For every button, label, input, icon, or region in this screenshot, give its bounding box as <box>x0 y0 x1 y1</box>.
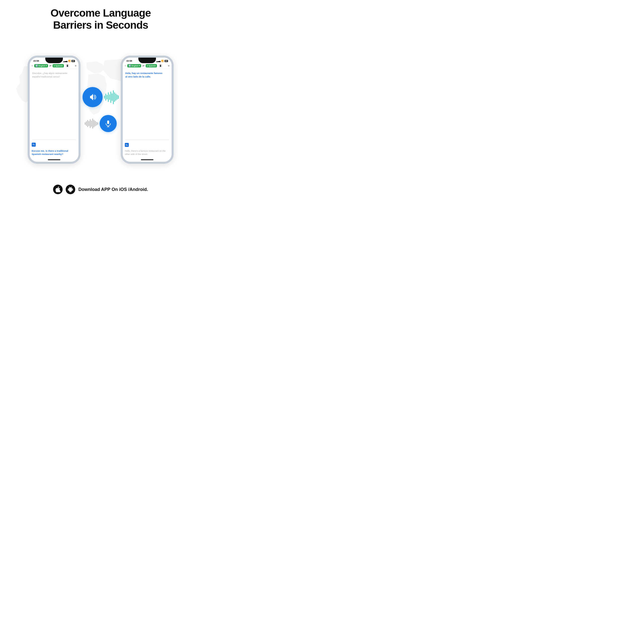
svg-rect-1 <box>107 120 109 124</box>
side-btn-2 <box>28 88 28 99</box>
speaker-icon <box>88 93 97 102</box>
side-btn-1 <box>28 78 28 85</box>
main-content: Overcome Language Barriers in Seconds 15… <box>0 0 201 201</box>
lang-badge-english-left[interactable]: 🔤 English ▾ <box>34 64 48 67</box>
footer: Download APP On iOS /Android. <box>53 182 148 196</box>
device-icon-right: 📱 <box>158 64 163 67</box>
phone-bottom-right: TL Hello, there's a famous restaurant on… <box>123 141 172 158</box>
svg-line-6 <box>69 187 70 187</box>
chevron-down-icon: ▾ <box>46 65 47 67</box>
wifi-icon-r: 📶 <box>161 60 164 62</box>
headline-line2: Barriers in Seconds <box>51 19 151 31</box>
lang-spanish-label-r: Spanish <box>148 65 156 67</box>
phone-left-notch <box>45 58 63 63</box>
mic-button[interactable] <box>100 115 117 132</box>
svg-point-4 <box>70 188 70 188</box>
translate-icon-left: TL <box>32 143 36 147</box>
middle-audio-section <box>81 86 121 134</box>
svg-point-5 <box>71 188 71 188</box>
signal-icon: ▂▃▄ <box>63 60 68 62</box>
wifi-icon: 📶 <box>68 60 71 62</box>
app-topbar-left: ‹ 🔤 English ▾ ⇌ ▸ Spanish 📱 ≡ <box>30 63 78 69</box>
phone-left: 15:58 ▂▃▄ 📶 67 ‹ 🔤 English ▾ <box>28 56 81 164</box>
phone-left-screen: 15:58 ▂▃▄ 📶 67 ‹ 🔤 English ▾ <box>30 58 78 162</box>
swap-icon-left[interactable]: ⇌ <box>49 64 51 67</box>
convo-area-left: Disculpe, ¿hay algún restaurante español… <box>30 69 78 141</box>
phone-right-notch <box>138 58 156 63</box>
side-btn-r-right <box>173 85 174 101</box>
side-btn-3 <box>28 101 28 113</box>
headline: Overcome Language Barriers in Seconds <box>51 7 151 31</box>
lang-badge-spanish-left[interactable]: ▸ Spanish <box>53 64 64 67</box>
home-indicator-left <box>48 159 60 160</box>
headline-line1: Overcome Language <box>51 7 151 19</box>
lang-badge-english-right[interactable]: 🔤 English ▾ <box>127 64 141 67</box>
status-icons-right: ▂▃▄ 📶 67 <box>156 60 168 62</box>
divider-left <box>32 139 76 140</box>
translate-flag-icon-r: 🔤 <box>129 65 131 67</box>
lang-english-label: English <box>38 65 45 67</box>
translate-icon-right: TL <box>125 143 129 147</box>
chevron-down-icon-r: ▾ <box>139 65 140 67</box>
phones-section: 15:58 ▂▃▄ 📶 67 ‹ 🔤 English ▾ <box>5 37 196 182</box>
apple-store-icon[interactable] <box>53 185 63 194</box>
android-logo-icon <box>68 187 73 192</box>
waveform-speaker <box>104 90 119 104</box>
android-store-icon[interactable] <box>66 185 75 194</box>
menu-icon-left[interactable]: ≡ <box>75 64 76 67</box>
convo-area-right: Hola, hay un restaurante famoso al otro … <box>123 69 172 141</box>
mic-icon <box>105 120 112 127</box>
speaking-text-right: Hello, there's a famous restaurant on th… <box>125 149 170 156</box>
phone-right: 15:58 ▂▃▄ 📶 67 ‹ 🔤 English ▾ <box>121 56 174 164</box>
status-icons-left: ▂▃▄ 📶 67 <box>63 60 75 62</box>
battery-icon-r: 67 <box>165 60 168 62</box>
divider-right <box>125 140 169 140</box>
lang-spanish-label: Spanish <box>55 65 63 67</box>
phone-right-frame: 15:58 ▂▃▄ 📶 67 ‹ 🔤 English ▾ <box>121 56 174 164</box>
signal-icon-r: ▂▃▄ <box>156 60 161 62</box>
side-btn-r1 <box>121 78 122 85</box>
phone-right-screen: 15:58 ▂▃▄ 📶 67 ‹ 🔤 English ▾ <box>123 58 172 162</box>
side-btn-r3 <box>121 101 122 113</box>
msg-original-right: Hola, hay un restaurante famoso al otro … <box>125 71 165 78</box>
back-arrow-right[interactable]: ‹ <box>125 64 126 67</box>
battery-icon: 67 <box>71 60 75 62</box>
msg-translated-left: Disculpe, ¿hay algún restaurante español… <box>32 71 69 78</box>
home-indicator-right <box>141 159 153 160</box>
download-text: Download APP On iOS /Android. <box>78 187 148 192</box>
status-time-left: 15:58 <box>33 60 39 62</box>
lang-english-label-r: English <box>132 65 138 67</box>
phone-bottom-left: TL Excuse me, is there a traditional Spa… <box>30 141 78 158</box>
apple-logo-icon <box>55 187 60 192</box>
spanish-flag-icon-r: ▸ <box>147 65 148 67</box>
svg-line-7 <box>71 187 72 187</box>
swap-icon-right[interactable]: ⇌ <box>142 64 144 67</box>
side-btn-r2 <box>121 88 122 99</box>
speaking-text-left: Excuse me, is there a traditional Spanis… <box>32 149 76 156</box>
app-topbar-right: ‹ 🔤 English ▾ ⇌ ▸ Spanish 📱 ≡ <box>123 63 172 69</box>
status-time-right: 15:58 <box>126 60 132 62</box>
speaker-button[interactable] <box>83 87 103 107</box>
phone-left-frame: 15:58 ▂▃▄ 📶 67 ‹ 🔤 English ▾ <box>28 56 81 164</box>
spanish-flag-icon: ▸ <box>54 65 55 67</box>
lang-badge-spanish-right[interactable]: ▸ Spanish <box>146 64 157 67</box>
device-icon-left: 📱 <box>65 64 69 67</box>
back-arrow-left[interactable]: ‹ <box>32 64 33 67</box>
menu-icon-right[interactable]: ≡ <box>168 64 170 67</box>
translate-flag-icon: 🔤 <box>35 65 38 67</box>
waveform-mic <box>85 118 98 129</box>
